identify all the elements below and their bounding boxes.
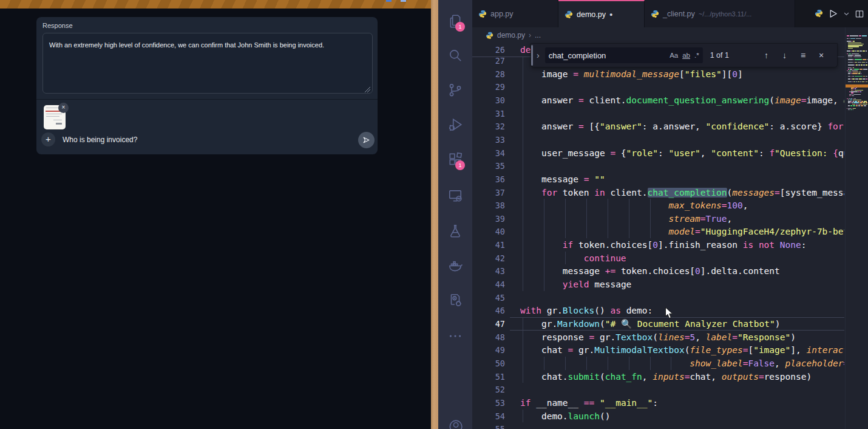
response-textarea[interactable]: With an extremely high level of confiden…	[42, 33, 373, 94]
minimap-line	[848, 81, 852, 83]
close-find-icon[interactable]: ×	[819, 50, 824, 60]
overflow-tab-python-icon[interactable]	[815, 9, 823, 18]
code-token: submit	[568, 372, 600, 382]
toggle-replace-chevron-icon[interactable]: ›	[537, 50, 540, 60]
previous-match-icon[interactable]: ↑	[764, 50, 768, 60]
code-line[interactable]: 35	[472, 159, 844, 173]
code-line[interactable]: 39 stream=True,	[472, 212, 844, 225]
code-line[interactable]: 33	[472, 133, 844, 146]
tab-bar: app.py demo.py ● _client.py ~/.../python…	[472, 0, 868, 27]
minimap[interactable]	[845, 0, 868, 429]
code-token: "role"	[626, 148, 658, 158]
line-number: 31	[472, 107, 505, 120]
breadcrumb[interactable]: demo.py › ...	[472, 27, 844, 43]
code-line[interactable]: 55	[472, 422, 844, 429]
minimap-line	[855, 88, 856, 89]
minimap-line	[848, 72, 851, 73]
minimap-line	[852, 70, 858, 72]
minimap-line	[862, 81, 864, 83]
minimap-line	[848, 69, 849, 70]
code-line[interactable]: 41 if token.choices[0].finish_reason is …	[472, 238, 844, 252]
code-line[interactable]: 40 model="HuggingFaceH4/zephyr-7b-beta")…	[472, 225, 844, 238]
run-dropdown-chevron-icon[interactable]	[843, 10, 850, 17]
account-icon[interactable]	[447, 419, 463, 429]
testing-flask-icon[interactable]	[447, 223, 463, 239]
regex-icon[interactable]: .*	[694, 52, 699, 59]
breadcrumb-more[interactable]: ...	[535, 31, 541, 39]
add-file-button[interactable]: +	[41, 132, 55, 146]
code-token: __name__	[531, 398, 583, 408]
code-line[interactable]: 49 chat = gr.MultimodalTextbox(file_type…	[472, 343, 844, 357]
code-token: ==	[584, 398, 594, 408]
tab-demo-py[interactable]: demo.py ●	[558, 0, 645, 27]
minimap-line	[866, 102, 867, 103]
docker-icon[interactable]	[447, 258, 463, 273]
find-in-selection-icon[interactable]: ≡	[801, 50, 805, 60]
activity-bar: 1 1	[438, 0, 472, 429]
remove-attachment-button[interactable]: ×	[58, 103, 69, 113]
run-python-file-icon[interactable]	[828, 9, 838, 19]
find-input[interactable]: chat_completion Aa ab .*	[545, 47, 703, 63]
code-line[interactable]: 53if __name__ == "__main__":	[472, 396, 844, 410]
code-line[interactable]: 44 yield message	[472, 278, 844, 291]
line-number: 54	[472, 410, 505, 423]
code-token: "Response"	[737, 332, 790, 342]
line-number: 28	[472, 67, 505, 81]
line-number: 36	[472, 173, 505, 186]
code-token: (	[727, 188, 733, 197]
minimap-line	[852, 101, 852, 102]
remote-explorer-icon[interactable]	[447, 188, 463, 204]
search-icon[interactable]	[447, 47, 463, 63]
template-manager-icon[interactable]	[447, 292, 463, 308]
split-editor-icon[interactable]	[855, 9, 864, 19]
code-line[interactable]: 54 demo.launch()	[472, 410, 844, 423]
code-line[interactable]: 30 answer = client.document_question_ans…	[472, 94, 844, 107]
run-debug-icon[interactable]	[447, 117, 463, 132]
minimap-line	[851, 50, 852, 52]
find-query-text[interactable]: chat_completion	[549, 51, 665, 60]
tab-client-py[interactable]: _client.py ~/.../python3.11/...	[645, 0, 795, 27]
chat-question-input[interactable]: Who is being invoiced?	[63, 136, 137, 144]
code-line[interactable]: 42 continue	[472, 252, 844, 265]
minimap-line	[850, 69, 852, 70]
code-token	[589, 174, 595, 184]
code-token: in	[594, 188, 605, 197]
code-line[interactable]: 32 answer = [{"answer": a.answer, "confi…	[472, 120, 844, 133]
minimap-line	[853, 105, 855, 106]
tab-app-py[interactable]: app.py	[472, 0, 558, 27]
code-line[interactable]: 38 max_tokens=100,	[472, 199, 844, 212]
code-line[interactable]: 50 show_label=False, placeholder="Upload…	[472, 357, 844, 370]
code-line[interactable]: 51 chat.submit(chat_fn, inputs=chat, out…	[472, 370, 844, 383]
code-token: ,	[695, 332, 705, 342]
code-token: continue	[584, 253, 626, 263]
code-line[interactable]: 29	[472, 80, 844, 94]
unsaved-dot-icon[interactable]: ●	[609, 12, 612, 18]
code-line[interactable]: 31	[472, 107, 844, 120]
find-widget-sash[interactable]	[531, 45, 533, 66]
breadcrumb-file[interactable]: demo.py	[497, 31, 525, 39]
minimap-line	[866, 50, 867, 52]
more-views-icon[interactable]	[447, 328, 463, 344]
search-match: chat_completion	[648, 188, 727, 197]
code-line[interactable]: 52	[472, 383, 844, 396]
code-line[interactable]: 34 user_message = {"role": "user", "cont…	[472, 146, 844, 160]
minimap-line	[860, 102, 863, 103]
send-button[interactable]	[358, 132, 375, 148]
next-match-icon[interactable]: ↓	[782, 50, 787, 60]
source-control-icon[interactable]	[447, 82, 463, 98]
minimap-line	[863, 76, 865, 77]
code-line[interactable]: 36 message = ""	[472, 173, 844, 186]
whole-word-icon[interactable]: ab	[682, 52, 690, 59]
match-case-icon[interactable]: Aa	[670, 52, 678, 59]
code-line[interactable]: 37 for token in client.chat_completion(m…	[472, 186, 844, 199]
code-line[interactable]: 46with gr.Blocks() as demo:	[472, 304, 844, 317]
minimap-line	[860, 81, 861, 83]
code-line[interactable]: 28 image = multimodal_message["files"][0…	[472, 67, 844, 81]
code-token: ,	[642, 372, 653, 382]
code-token	[753, 240, 759, 250]
minimap-line	[855, 78, 858, 80]
textarea-resize-handle[interactable]	[365, 87, 370, 92]
code-line[interactable]: 43 message += token.choices[0].delta.con…	[472, 264, 844, 278]
code-line[interactable]: 45	[472, 291, 844, 304]
code-line[interactable]: 48 response = gr.Textbox(lines=5, label=…	[472, 331, 844, 344]
